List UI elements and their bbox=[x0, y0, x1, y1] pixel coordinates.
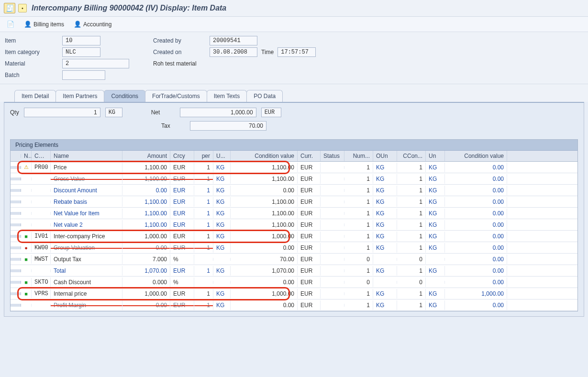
cell-crcy: EUR bbox=[170, 232, 194, 241]
status-icon bbox=[21, 223, 32, 226]
cell-oun: KG bbox=[373, 209, 397, 218]
qty-unit-field[interactable] bbox=[105, 108, 122, 117]
cell-num: 1 bbox=[344, 197, 373, 207]
created-by-field[interactable] bbox=[210, 36, 257, 45]
titlebar: 🧾 • Intercompany Billing 90000042 (IV) D… bbox=[0, 0, 588, 17]
cell-cv2: 0.00 bbox=[445, 220, 507, 230]
table-row[interactable]: Gross Value1,100.00EUR1KG1,100.00EUR1KG1… bbox=[11, 173, 577, 185]
tax-field[interactable] bbox=[190, 121, 266, 131]
table-row[interactable]: Profit Margin0.00EUR1KG0.00EUR1KG1KG0.00 bbox=[11, 299, 577, 311]
col-crcy: Crcy bbox=[170, 151, 194, 161]
cell-un: KG bbox=[426, 220, 445, 230]
status-icon bbox=[21, 304, 32, 307]
cell-cnty bbox=[32, 223, 51, 226]
cell-ccon: 1 bbox=[397, 289, 426, 299]
cell-status bbox=[321, 177, 344, 180]
cell-name: Gross Value bbox=[51, 174, 122, 184]
material-field[interactable] bbox=[62, 59, 129, 68]
item-category-field[interactable] bbox=[62, 47, 100, 57]
cell-crcy: EUR bbox=[170, 220, 194, 230]
row-selector[interactable] bbox=[11, 258, 21, 261]
col-amount: Amount bbox=[122, 151, 170, 161]
table-row[interactable]: ■SKTOCash Discount0.000%0.00EUR000.00 bbox=[11, 277, 577, 288]
tab-item-partners[interactable]: Item Partners bbox=[55, 90, 104, 102]
cell-cnty: KW00 bbox=[32, 243, 51, 253]
cell-cv2: 0.00 bbox=[445, 300, 507, 310]
time-field[interactable] bbox=[277, 47, 316, 57]
cell-amount: 1,100.00 bbox=[122, 220, 170, 230]
tab-item-texts[interactable]: Item Texts bbox=[207, 90, 247, 102]
col-cv2: Condition value bbox=[445, 151, 507, 161]
cell-curr: EUR bbox=[298, 197, 321, 207]
row-selector[interactable] bbox=[11, 223, 21, 226]
pricing-title: Pricing Elements bbox=[11, 140, 577, 151]
row-selector[interactable] bbox=[11, 304, 21, 307]
status-icon bbox=[21, 177, 32, 180]
new-button[interactable]: 📄 bbox=[5, 20, 16, 29]
row-selector[interactable] bbox=[11, 269, 21, 272]
title-block-icon: • bbox=[18, 4, 27, 12]
row-selector[interactable] bbox=[11, 235, 21, 238]
cell-curr: EUR bbox=[298, 300, 321, 310]
cell-per: 1 bbox=[194, 220, 213, 230]
cell-per: 1 bbox=[194, 243, 213, 253]
cell-name: Net Value for Item bbox=[51, 209, 122, 218]
cell-num: 1 bbox=[344, 289, 373, 299]
row-selector[interactable] bbox=[11, 177, 21, 180]
item-field[interactable] bbox=[62, 36, 100, 45]
form-area: Item Created by Item category Created on… bbox=[0, 32, 588, 84]
cell-amount: 1,100.00 bbox=[122, 209, 170, 218]
row-selector[interactable] bbox=[11, 281, 21, 284]
table-row[interactable]: Rebate basis1,100.00EUR1KG1,100.00EUR1KG… bbox=[11, 196, 577, 208]
row-selector[interactable] bbox=[11, 292, 21, 295]
cell-condval: 70.00 bbox=[231, 255, 298, 264]
cell-name: Group Valuation bbox=[51, 243, 122, 253]
created-on-field[interactable] bbox=[210, 47, 257, 57]
cell-crcy: EUR bbox=[170, 289, 194, 299]
status-icon: ■ bbox=[21, 232, 32, 241]
cell-uom: KG bbox=[213, 289, 231, 299]
billing-items-button[interactable]: 👤 Billing items bbox=[22, 20, 66, 29]
col-name: Name bbox=[51, 151, 122, 161]
qty-field[interactable] bbox=[24, 108, 100, 117]
net-field[interactable] bbox=[180, 108, 256, 117]
cell-per: 1 bbox=[194, 289, 213, 299]
net-curr-field[interactable] bbox=[261, 108, 281, 117]
cell-cnty bbox=[32, 304, 51, 307]
row-selector[interactable] bbox=[11, 166, 21, 169]
tab-fortrade[interactable]: ForTrade/Customs bbox=[145, 90, 207, 102]
cell-per: 1 bbox=[194, 186, 213, 195]
cell-num: 1 bbox=[344, 266, 373, 276]
tab-conditions[interactable]: Conditions bbox=[104, 90, 145, 102]
accounting-button[interactable]: 👤 Accounting bbox=[72, 20, 113, 29]
tab-item-detail[interactable]: Item Detail bbox=[14, 90, 56, 102]
table-row[interactable]: Net value 21,100.00EUR1KG1,100.00EUR1KG1… bbox=[11, 219, 577, 231]
cell-condval: 0.00 bbox=[231, 300, 298, 310]
table-row[interactable]: ■IV01Inter-company Price1,000.00EUR1KG1,… bbox=[11, 231, 577, 242]
table-row[interactable]: Total1,070.00EUR1KG1,070.00EUR1KG1KG0.00 bbox=[11, 265, 577, 277]
cell-num: 1 bbox=[344, 243, 373, 253]
material-desc: Roh test material bbox=[153, 60, 197, 67]
cell-cv2: 0.00 bbox=[445, 163, 507, 172]
tabstrip: Item Detail Item Partners Conditions For… bbox=[0, 84, 588, 102]
table-row[interactable]: ■VPRSInternal price1,000.00EUR1KG1,000.0… bbox=[11, 288, 577, 299]
table-row[interactable]: ⚠PR00Price1,100.00EUR1KG1,100.00EUR1KG1K… bbox=[11, 162, 577, 173]
table-row[interactable]: Discount Amount0.00EUR1KG0.00EUR1KG1KG0.… bbox=[11, 185, 577, 196]
cell-num: 0 bbox=[344, 255, 373, 264]
table-row[interactable]: ■MWSTOutput Tax7.000%70.00EUR000.00 bbox=[11, 254, 577, 265]
row-selector[interactable] bbox=[11, 189, 21, 192]
cell-uom: KG bbox=[213, 266, 231, 276]
table-row[interactable]: ●KW00Group Valuation0.00EUR1KG0.00EUR1KG… bbox=[11, 242, 577, 254]
cell-uom bbox=[213, 258, 231, 261]
cell-condval: 1,100.00 bbox=[231, 209, 298, 218]
row-selector[interactable] bbox=[11, 200, 21, 203]
row-selector[interactable] bbox=[11, 212, 21, 215]
row-selector[interactable] bbox=[11, 246, 21, 249]
cell-cv2: 0.00 bbox=[445, 255, 507, 264]
tab-po-data[interactable]: PO Data bbox=[246, 90, 283, 102]
cell-condval: 0.00 bbox=[231, 243, 298, 253]
material-label: Material bbox=[5, 60, 62, 67]
table-row[interactable]: Net Value for Item1,100.00EUR1KG1,100.00… bbox=[11, 208, 577, 219]
batch-field[interactable] bbox=[62, 70, 105, 80]
status-icon: ■ bbox=[21, 278, 32, 287]
